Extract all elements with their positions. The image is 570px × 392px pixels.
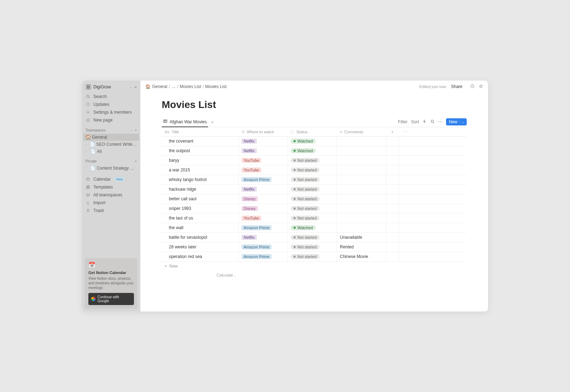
sidebar-private-item[interactable]: ›📄Content Strategy Pitch bbox=[82, 165, 140, 172]
cell-title[interactable]: better call saul bbox=[162, 194, 239, 203]
sidebar-teamspace-item[interactable]: 🏠General bbox=[83, 134, 139, 141]
share-button[interactable]: Share bbox=[451, 84, 462, 89]
cell-watch[interactable]: Amazon Prime bbox=[239, 252, 288, 261]
cell-watch[interactable]: Amazon Prime bbox=[239, 223, 288, 232]
star-icon[interactable] bbox=[479, 84, 483, 89]
sort-button[interactable]: Sort bbox=[411, 119, 419, 124]
cell-watch[interactable]: Disney bbox=[239, 194, 288, 203]
column-status[interactable]: ◌Status bbox=[288, 127, 337, 136]
cell-watch[interactable]: Netflix bbox=[239, 146, 288, 155]
cell-comments[interactable] bbox=[337, 213, 386, 223]
table-row[interactable]: sniper 1993DisneyNot started bbox=[162, 204, 467, 213]
chevron-right-icon[interactable]: › bbox=[86, 166, 89, 170]
cell-title[interactable]: the outpost bbox=[162, 146, 239, 155]
table-row[interactable]: 28 weeks laterAmazon PrimeNot startedRen… bbox=[162, 242, 467, 252]
collapse-sidebar-icon[interactable]: « bbox=[134, 84, 137, 89]
cell-comments[interactable] bbox=[337, 223, 386, 232]
breadcrumb-0[interactable]: General bbox=[152, 84, 167, 89]
breadcrumb-3[interactable]: Movies List bbox=[205, 84, 227, 89]
continue-google-button[interactable]: Continue with Google bbox=[88, 293, 134, 305]
table-row[interactable]: the outpostNetflixWatched bbox=[162, 146, 467, 156]
cell-comments[interactable]: Rented bbox=[337, 242, 386, 252]
sidebar-all-teamspaces[interactable]: All teamspaces bbox=[82, 191, 140, 199]
column-comments[interactable]: ≡Comments bbox=[337, 127, 386, 136]
cell-status[interactable]: Not started bbox=[288, 194, 337, 203]
cell-title[interactable]: battle for sevastopol bbox=[162, 233, 239, 242]
chevron-right-icon[interactable]: › bbox=[86, 143, 88, 146]
more-icon[interactable]: ⋯ bbox=[438, 119, 442, 124]
cell-comments[interactable] bbox=[337, 136, 386, 146]
table-row[interactable]: the covenantNetflixWatched bbox=[162, 136, 467, 146]
page-title[interactable]: Movies List bbox=[162, 99, 467, 110]
cell-title[interactable]: hacksaw ridge bbox=[162, 185, 239, 194]
cell-title[interactable]: 28 weeks later bbox=[162, 242, 239, 252]
cell-comments[interactable]: Unavailable bbox=[337, 233, 386, 242]
table-row[interactable]: the last of usYouTubeNot started bbox=[162, 213, 467, 223]
cell-watch[interactable]: YouTube bbox=[239, 165, 288, 175]
cell-comments[interactable] bbox=[337, 165, 386, 175]
cell-watch[interactable]: Amazon Prime bbox=[239, 175, 288, 184]
cell-title[interactable]: the last of us bbox=[162, 213, 239, 223]
cell-status[interactable]: Not started bbox=[288, 252, 337, 261]
table-row[interactable]: better call saulDisneyNot started bbox=[162, 194, 467, 204]
clock-icon[interactable] bbox=[470, 84, 475, 89]
automation-icon[interactable] bbox=[423, 119, 427, 125]
cell-status[interactable]: Watched bbox=[288, 136, 337, 146]
table-row[interactable]: battle for sevastopolNetflixNot startedU… bbox=[162, 233, 467, 242]
search-icon[interactable] bbox=[430, 119, 435, 125]
cell-watch[interactable]: Netflix bbox=[239, 233, 288, 242]
sidebar-trash[interactable]: Trash bbox=[82, 207, 140, 215]
cell-comments[interactable] bbox=[337, 194, 386, 203]
cell-status[interactable]: Not started bbox=[288, 185, 337, 194]
cell-status[interactable]: Not started bbox=[288, 156, 337, 165]
cell-comments[interactable]: Chinese Movie bbox=[337, 252, 386, 261]
cell-status[interactable]: Not started bbox=[288, 165, 337, 175]
cell-status[interactable]: Not started bbox=[288, 213, 337, 223]
chevron-down-icon[interactable]: ⌵ bbox=[460, 120, 464, 124]
cell-watch[interactable]: Netflix bbox=[239, 185, 288, 194]
cell-watch[interactable]: Netflix bbox=[239, 136, 288, 146]
cell-title[interactable]: a war 2015 bbox=[162, 165, 239, 175]
add-column-button[interactable]: + bbox=[386, 127, 399, 136]
cell-title[interactable]: sniper 1993 bbox=[162, 204, 239, 213]
breadcrumb-2[interactable]: Movies List bbox=[180, 84, 201, 89]
calculate-button[interactable]: Calculate ⌵ bbox=[162, 271, 239, 279]
cell-comments[interactable] bbox=[337, 204, 386, 213]
cell-title[interactable]: whisky tango foxtrot bbox=[162, 175, 239, 184]
column-title[interactable]: AαTitle bbox=[162, 127, 239, 136]
cell-status[interactable]: Not started bbox=[288, 175, 337, 184]
home-icon[interactable]: 🏠 bbox=[145, 84, 151, 89]
teamspaces-add-icon[interactable]: + bbox=[135, 128, 137, 132]
cell-title[interactable]: baryy bbox=[162, 156, 239, 165]
table-row[interactable]: the wallAmazon PrimeWatched bbox=[162, 223, 467, 233]
column-more-button[interactable]: ⋯ bbox=[399, 127, 412, 136]
cell-title[interactable]: the wall bbox=[162, 223, 239, 232]
cell-status[interactable]: Watched bbox=[288, 146, 337, 155]
table-row[interactable]: whisky tango foxtrotAmazon PrimeNot star… bbox=[162, 175, 467, 185]
column-watch[interactable]: ⊙Where to watch bbox=[239, 127, 288, 136]
teamspaces-more-icon[interactable]: ⋯ bbox=[130, 128, 133, 132]
workspace-switcher[interactable]: D DigiGrow ⌄ « bbox=[82, 81, 140, 93]
cell-status[interactable]: Not started bbox=[288, 242, 337, 252]
cell-watch[interactable]: YouTube bbox=[239, 213, 288, 223]
cell-comments[interactable] bbox=[337, 146, 386, 155]
cell-status[interactable]: Watched bbox=[288, 223, 337, 232]
sidebar-teamspace-item[interactable]: ›📄SEO Content Writer & E… bbox=[82, 141, 140, 148]
tab-afghan-war-movies[interactable]: Afghan War Movies bbox=[162, 117, 208, 127]
table-row[interactable]: hacksaw ridgeNetflixNot started bbox=[162, 185, 467, 194]
table-row[interactable]: operation red seaAmazon PrimeNot started… bbox=[162, 252, 467, 262]
breadcrumb-1[interactable]: … bbox=[171, 84, 176, 89]
sidebar-search[interactable]: Search bbox=[82, 93, 140, 100]
cell-watch[interactable]: Amazon Prime bbox=[239, 242, 288, 252]
sidebar-teamspace-item[interactable]: ›📄All bbox=[82, 148, 140, 155]
cell-watch[interactable]: YouTube bbox=[239, 156, 288, 165]
filter-button[interactable]: Filter bbox=[398, 119, 408, 124]
cell-status[interactable]: Not started bbox=[288, 204, 337, 213]
table-row[interactable]: baryyYouTubeNot started bbox=[162, 156, 467, 165]
new-button[interactable]: New ⌵ bbox=[446, 118, 467, 125]
cell-comments[interactable] bbox=[337, 175, 386, 184]
cell-status[interactable]: Not started bbox=[288, 233, 337, 242]
add-view-button[interactable]: + bbox=[208, 117, 217, 127]
sidebar-import[interactable]: Import bbox=[82, 199, 140, 207]
cell-title[interactable]: the covenant bbox=[162, 136, 239, 146]
